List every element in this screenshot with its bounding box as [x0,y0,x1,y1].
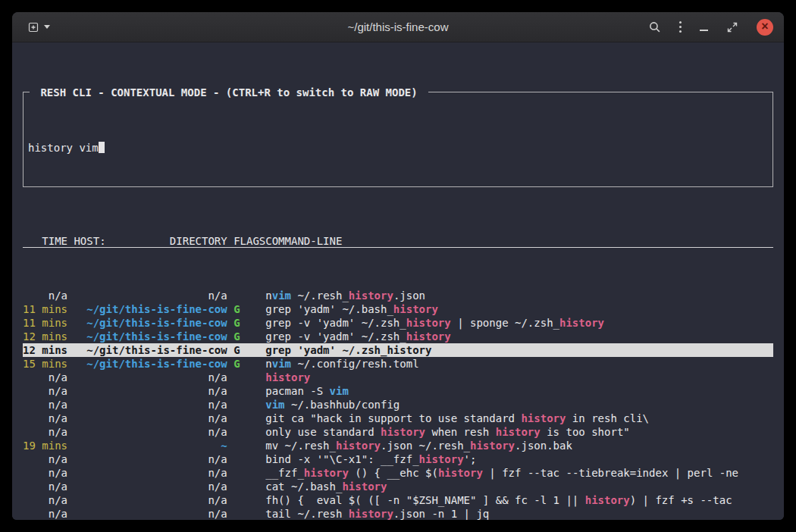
match-history: history [265,371,310,383]
history-row[interactable]: 11 mins~/git/this-is-fine-cowGgrep 'yadm… [23,302,773,316]
new-tab-icon [27,21,39,33]
row-time: n/a [23,412,67,425]
row-location: n/a [74,412,227,425]
history-row[interactable]: n/an/anvim ~/.resh_history.json [23,289,773,302]
history-row[interactable]: 11 mins~/git/this-is-fine-cowGgrep -v 'y… [23,316,773,330]
new-tab-button[interactable] [24,18,53,36]
row-time: n/a [23,371,67,384]
match-vim: vim [330,385,349,397]
window-title: ~/git/this-is-fine-cow [103,20,693,33]
titlebar: ~/git/this-is-fine-cow × [12,12,784,42]
command-text: ~/.config/resh.toml [291,358,419,370]
row-location: ~/git/this-is-fine-cow [74,330,227,343]
history-row[interactable]: n/an/afh() { eval $( ([ -n "$ZSH_NAME" ]… [23,493,773,507]
row-command: grep -v 'yadm' ~/.zsh_history [265,330,773,343]
history-row[interactable]: n/an/aonly use standard history when res… [23,425,773,439]
row-command: git ca "hack in support to use standard … [265,412,773,425]
text-cursor [99,142,105,153]
row-flags [233,507,265,520]
row-command: __fzf_history () { __ehc $(history | fzf… [265,466,773,480]
command-text: '; [464,453,477,465]
row-flags: G [233,330,265,343]
command-text: fh() { eval $( ([ -n "$ZSH_NAME" ] && fc… [265,494,584,506]
command-text: pacman -S [265,385,329,397]
match-history: history [496,426,541,438]
row-flags [233,425,265,439]
column-header-location: HOST:DIRECTORY [74,234,227,247]
command-text: grep 'yadm' ~/.zsh_history [265,344,431,356]
command-text: mv ~/.resh_ [265,440,336,452]
command-text: () { __ehc $( [349,467,438,479]
row-time: 12 mins [23,330,67,343]
history-list: n/an/anvim ~/.resh_history.json11 mins~/… [23,289,773,520]
minimize-button[interactable] [697,20,711,34]
search-input[interactable]: history vim [28,141,768,155]
row-flags [233,398,265,412]
close-button[interactable]: × [757,19,773,36]
history-row[interactable]: 15 mins~/git/this-is-fine-cowGnvim ~/.co… [23,357,773,371]
row-flags [233,371,265,384]
row-command: vim ~/.bashhub/config [265,398,773,412]
row-location: ~ [74,439,227,452]
row-time: 11 mins [23,316,67,330]
match-history: history [521,412,566,424]
match-history: history [349,508,393,520]
restore-icon [726,21,738,33]
row-time: 11 mins [23,302,67,316]
minimize-icon [700,30,708,31]
command-text: n [265,358,271,370]
row-time: n/a [23,466,67,480]
restore-button[interactable] [723,18,741,36]
command-text: is too short" [541,426,630,438]
row-flags: G [233,343,265,357]
row-command: nvim ~/.config/resh.toml [265,357,773,371]
history-row[interactable]: n/an/acat ~/.bash_history [23,480,773,493]
command-text: .json -n 1 | jq [393,508,489,520]
command-text: ~/.resh_ [291,289,349,302]
row-time: 19 mins [23,439,67,452]
row-command: grep -v 'yadm' ~/.zsh_history | sponge ~… [265,316,773,330]
match-history: history [381,426,425,438]
column-header-directory: DIRECTORY [170,234,227,247]
command-text: only use standard [265,426,381,438]
command-text: | sponge ~/.zsh_ [451,317,559,329]
match-vim: vim [265,399,284,411]
history-row[interactable]: n/an/apacman -S vim [23,384,773,398]
row-flags: G [233,302,265,316]
match-history: history [470,440,515,452]
history-row[interactable]: 12 mins~/git/this-is-fine-cowGgrep -v 'y… [23,330,773,343]
match-history: history [406,330,451,343]
command-text: git ca "hack in support to use standard [265,412,521,424]
row-command: cat ~/.bash_history [265,480,773,493]
chevron-down-icon [44,25,50,29]
command-text: in resh cli\ [566,412,649,424]
kebab-menu-icon [679,21,682,33]
history-row-selected[interactable]: 12 mins~/git/this-is-fine-cowGgrep 'yadm… [23,343,773,357]
history-row[interactable]: n/an/abind -x '"\C-x1": __fzf_history'; [23,452,773,466]
row-flags [233,480,265,493]
row-location: n/a [74,398,227,412]
history-row[interactable]: n/an/a__fzf_history () { __ehc $(history… [23,466,773,480]
row-flags [233,452,265,466]
history-row[interactable]: 19 mins~mv ~/.resh_history.json ~/.resh_… [23,439,773,452]
match-history: history [349,289,393,302]
row-command: only use standard history when resh hist… [265,425,773,439]
row-location: n/a [74,480,227,493]
row-command: history [265,371,773,384]
history-row[interactable]: n/an/agit ca "hack in support to use sta… [23,412,773,425]
match-history: history [336,440,381,452]
row-flags [233,412,265,425]
match-history: history [304,467,349,479]
row-time: n/a [23,452,67,466]
row-location: n/a [74,289,227,302]
history-row[interactable]: n/an/avim ~/.bashhub/config [23,398,773,412]
history-row[interactable]: n/an/ahistory [23,371,773,384]
column-header-flags: FLAGS [233,234,265,247]
match-vim: vim [272,289,291,302]
history-row[interactable]: n/an/atail ~/.resh_history.json -n 1 | j… [23,507,773,520]
row-command: grep 'yadm' ~/.bash_history [265,302,773,316]
row-flags [233,384,265,398]
search-query-text: history vim [28,142,99,154]
search-button[interactable] [645,17,664,36]
menu-button[interactable] [676,18,685,36]
